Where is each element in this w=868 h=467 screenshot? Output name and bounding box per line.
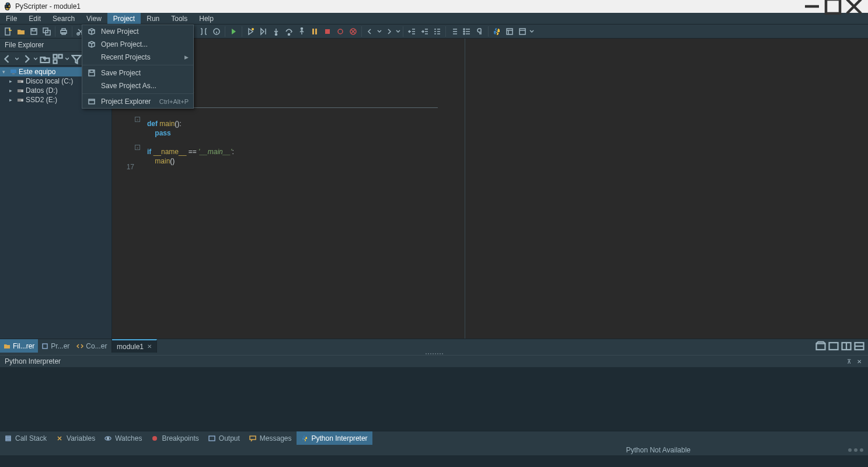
menu-save-project[interactable]: Save Project — [82, 67, 193, 79]
tab-breakpoints[interactable]: Breakpoints — [147, 431, 203, 445]
folder-up-icon[interactable] — [40, 54, 50, 64]
menubar: File Edit Search View Project Run Tools … — [0, 13, 868, 25]
editor-tab[interactable]: module1 ✕ — [112, 339, 157, 353]
code-editor[interactable]: - - - 17 module1merch29/02/2024(c) merch… — [112, 39, 868, 339]
side-tab-file-explorer[interactable]: Fil...rer — [0, 339, 38, 353]
interpreter-output[interactable] — [0, 367, 868, 431]
tab-btn-3-icon[interactable] — [841, 341, 852, 351]
indent-icon[interactable] — [419, 26, 430, 37]
svg-rect-16 — [312, 29, 314, 34]
step-into-icon[interactable] — [270, 26, 282, 37]
tab-label: Breakpoints — [162, 434, 198, 442]
menu-save-project-as[interactable]: Save Project As... — [82, 79, 193, 92]
side-tabs: Fil...rer Pr...er Co...er — [0, 339, 111, 353]
minimize-button[interactable] — [801, 1, 822, 12]
menu-edit[interactable]: Edit — [23, 13, 47, 24]
project-icon — [41, 343, 48, 350]
stop-icon[interactable] — [322, 26, 333, 37]
tab-btn-4-icon[interactable] — [854, 341, 864, 351]
comment-icon[interactable] — [431, 26, 443, 37]
svg-rect-38 — [817, 343, 825, 350]
tab-btn-1-icon[interactable] — [815, 341, 826, 351]
editor-tab-label: module1 — [117, 343, 144, 351]
python-icon[interactable] — [491, 26, 503, 37]
menu-new-project[interactable]: New Project — [82, 25, 193, 38]
svg-rect-0 — [826, 0, 840, 13]
svg-rect-24 — [507, 29, 513, 34]
tab-output[interactable]: Output — [204, 431, 245, 445]
tab-variables[interactable]: Variables — [51, 431, 100, 445]
menu-project-explorer[interactable]: Project Explorer Ctrl+Alt+P — [82, 95, 193, 108]
layout-dd2-icon[interactable] — [529, 26, 534, 37]
nav-fwd-dd-icon[interactable] — [396, 26, 400, 37]
svg-rect-18 — [325, 29, 330, 34]
new-file-icon[interactable] — [2, 26, 14, 37]
dedent-icon[interactable] — [406, 26, 417, 37]
pilcrow-icon[interactable] — [474, 26, 486, 37]
step-over-icon[interactable] — [283, 26, 295, 37]
svg-rect-29 — [11, 69, 16, 73]
menu-file[interactable]: File — [0, 13, 23, 24]
svg-rect-49 — [250, 436, 256, 440]
side-tab-label: Pr...er — [51, 342, 69, 350]
menu-recent-projects[interactable]: Recent Projects ▶ — [82, 51, 193, 64]
svg-point-34 — [22, 90, 23, 92]
print-icon[interactable] — [58, 26, 69, 37]
menu-view[interactable]: View — [81, 13, 107, 24]
pause-icon[interactable] — [309, 26, 320, 37]
run-icon[interactable] — [228, 26, 239, 37]
info-icon[interactable] — [211, 26, 222, 37]
layout-dd-icon[interactable] — [517, 26, 528, 37]
layout-icon[interactable] — [504, 26, 515, 37]
svg-point-21 — [463, 29, 465, 30]
tree-view-icon[interactable] — [53, 54, 63, 64]
maximize-button[interactable] — [822, 1, 843, 12]
tab-python-interpreter[interactable]: Python Interpreter — [297, 431, 372, 445]
close-icon[interactable]: ✕ — [855, 357, 863, 365]
menu-search[interactable]: Search — [47, 13, 81, 24]
tree-dd-icon[interactable] — [65, 54, 69, 64]
nav-fwd-dd-icon[interactable] — [34, 54, 37, 64]
tab-call-stack[interactable]: Call Stack — [0, 431, 51, 445]
menu-tools[interactable]: Tools — [165, 13, 193, 24]
abort-icon[interactable] — [347, 26, 359, 37]
tab-messages[interactable]: Messages — [245, 431, 297, 445]
nav-back-icon[interactable] — [364, 26, 376, 37]
close-button[interactable] — [843, 1, 864, 12]
nav-back-dd-icon[interactable] — [377, 26, 382, 37]
tab-label: Messages — [260, 434, 292, 442]
save-all-icon[interactable] — [41, 26, 53, 37]
list-num-icon[interactable] — [448, 26, 460, 37]
pin-icon[interactable]: ⊼ — [845, 357, 853, 365]
save-icon[interactable] — [28, 26, 40, 37]
tab-watches[interactable]: Watches — [100, 431, 147, 445]
nav-fwd-icon[interactable] — [21, 54, 32, 64]
tab-btn-2-icon[interactable] — [828, 341, 839, 351]
record-icon[interactable] — [334, 26, 346, 37]
side-tab-code[interactable]: Co...er — [73, 339, 110, 353]
debug-run-icon[interactable] — [245, 26, 256, 37]
tree-root-label: Este equipo — [19, 68, 55, 76]
menu-run[interactable]: Run — [141, 13, 165, 24]
close-icon[interactable]: ✕ — [147, 343, 152, 350]
run-to-cursor-icon[interactable] — [257, 26, 269, 37]
svg-rect-27 — [59, 54, 62, 58]
bottom-panel-title: Python Interpreter — [5, 357, 61, 365]
nav-back-icon[interactable] — [2, 54, 13, 64]
nav-fwd-icon[interactable] — [383, 26, 395, 37]
menu-help[interactable]: Help — [193, 13, 219, 24]
output-icon — [208, 435, 215, 442]
svg-point-13 — [276, 33, 277, 35]
menu-project[interactable]: Project — [107, 13, 141, 24]
filter-icon[interactable] — [71, 54, 82, 64]
stack-icon — [5, 435, 12, 442]
side-tab-project[interactable]: Pr...er — [38, 339, 73, 353]
menu-open-project[interactable]: Open Project... — [82, 38, 193, 51]
open-file-icon[interactable] — [15, 26, 27, 37]
step-out-icon[interactable] — [296, 26, 308, 37]
side-tab-label: Fil...rer — [13, 342, 34, 350]
list-bullet-icon[interactable] — [461, 26, 473, 37]
drive-icon — [16, 87, 25, 94]
bracket-icon[interactable] — [198, 26, 210, 37]
nav-back-dd-icon[interactable] — [15, 54, 19, 64]
